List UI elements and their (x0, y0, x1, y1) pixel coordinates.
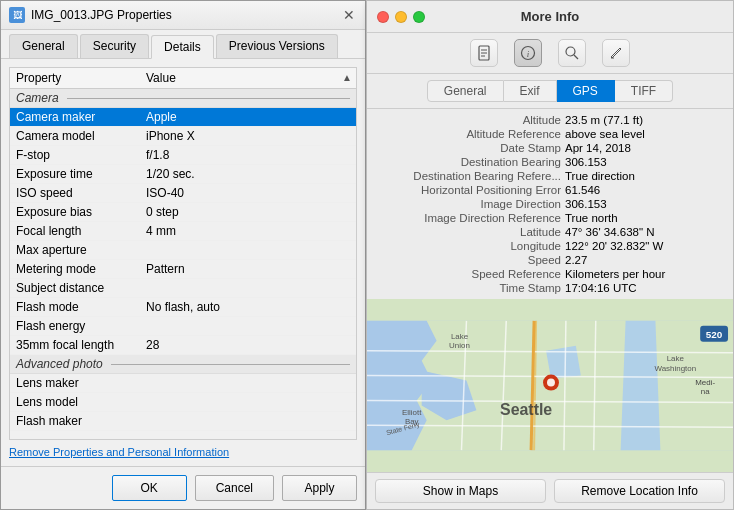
gps-value: 47° 36' 34.638" N (565, 226, 725, 238)
close-traffic-light[interactable] (377, 11, 389, 23)
svg-text:Lake: Lake (451, 332, 469, 341)
table-row[interactable]: Lens model (10, 393, 356, 412)
gps-label: Speed Reference (375, 268, 561, 280)
gps-value: 2.27 (565, 254, 725, 266)
svg-text:i: i (527, 49, 530, 59)
gps-row: Horizontal Positioning Error 61.546 (375, 183, 725, 197)
row-property: Flash mode (16, 300, 146, 314)
table-row[interactable]: Flash maker (10, 412, 356, 431)
row-value: f/1.8 (146, 148, 350, 162)
tab-general[interactable]: General (9, 34, 78, 58)
gps-row: Image Direction 306.153 (375, 197, 725, 211)
table-row[interactable]: Camera model iPhone X (10, 127, 356, 146)
file-icon: 🖼 (9, 7, 25, 23)
table-row[interactable]: F-stop f/1.8 (10, 146, 356, 165)
traffic-lights (377, 11, 425, 23)
search-tool-button[interactable] (558, 39, 586, 67)
remove-properties-link[interactable]: Remove Properties and Personal Informati… (9, 446, 357, 458)
mac-dialog-title: More Info (521, 9, 580, 24)
minimize-traffic-light[interactable] (395, 11, 407, 23)
svg-text:Medi-: Medi- (695, 379, 715, 388)
edit-tool-button[interactable] (602, 39, 630, 67)
row-value: ISO-40 (146, 186, 350, 200)
table-row[interactable]: Lens maker (10, 374, 356, 393)
row-value: Pattern (146, 262, 350, 276)
row-property: 35mm focal length (16, 338, 146, 352)
gps-label: Altitude Reference (375, 128, 561, 140)
info-tool-button[interactable]: i (514, 39, 542, 67)
gps-label: Longitude (375, 240, 561, 252)
gps-value: 306.153 (565, 156, 725, 168)
row-value (146, 414, 350, 428)
title-bar: 🖼 IMG_0013.JPG Properties ✕ (1, 1, 365, 30)
gps-value: Apr 14, 2018 (565, 142, 725, 154)
gps-value: above sea level (565, 128, 725, 140)
svg-text:Seattle: Seattle (500, 401, 552, 418)
gps-value: Kilometers per hour (565, 268, 725, 280)
gps-label: Destination Bearing (375, 156, 561, 168)
property-table: Property Value ▲ Camera Camera maker App… (9, 67, 357, 440)
gps-label: Time Stamp (375, 282, 561, 294)
mac-tab-general[interactable]: General (427, 80, 504, 102)
cancel-button[interactable]: Cancel (195, 475, 274, 501)
tab-details[interactable]: Details (151, 35, 214, 59)
title-bar-left: 🖼 IMG_0013.JPG Properties (9, 7, 172, 23)
mac-tab-gps[interactable]: GPS (557, 80, 615, 102)
gps-row: Time Stamp 17:04:16 UTC (375, 281, 725, 295)
table-row[interactable]: 35mm focal length 28 (10, 336, 356, 355)
remove-location-info-button[interactable]: Remove Location Info (554, 479, 725, 503)
svg-text:Washington: Washington (655, 364, 697, 373)
row-value: No flash, auto (146, 300, 350, 314)
row-value (146, 281, 350, 295)
table-body[interactable]: Camera Camera maker Apple Camera model i… (10, 89, 356, 439)
gps-value: 23.5 m (77.1 ft) (565, 114, 725, 126)
svg-point-30 (547, 379, 555, 387)
table-row[interactable]: Camera maker Apple (10, 108, 356, 127)
gps-row: Speed 2.27 (375, 253, 725, 267)
gps-row: Destination Bearing Refere... True direc… (375, 169, 725, 183)
table-row[interactable]: Exposure time 1/20 sec. (10, 165, 356, 184)
svg-text:na: na (701, 387, 710, 396)
mac-tab-tiff[interactable]: TIFF (615, 80, 673, 102)
ok-button[interactable]: OK (112, 475, 187, 501)
table-row[interactable]: Max aperture (10, 241, 356, 260)
table-row[interactable]: Focal length 4 mm (10, 222, 356, 241)
section-advanced-photo: Advanced photo (10, 355, 356, 374)
gps-table: Altitude 23.5 m (77.1 ft) Altitude Refer… (367, 109, 733, 299)
table-row[interactable]: Flash mode No flash, auto (10, 298, 356, 317)
table-row[interactable]: ISO speed ISO-40 (10, 184, 356, 203)
svg-point-6 (566, 47, 575, 56)
table-row[interactable]: Flash energy (10, 317, 356, 336)
file-tool-button[interactable] (470, 39, 498, 67)
row-property: F-stop (16, 148, 146, 162)
row-property: Exposure time (16, 167, 146, 181)
close-button[interactable]: ✕ (341, 7, 357, 23)
row-property: Lens model (16, 395, 146, 409)
gps-label: Image Direction Reference (375, 212, 561, 224)
row-property: Flash maker (16, 414, 146, 428)
tab-security[interactable]: Security (80, 34, 149, 58)
properties-dialog: 🖼 IMG_0013.JPG Properties ✕ General Secu… (0, 0, 366, 510)
map-container: Seattle Lake Union Lake Washington Ellio… (367, 299, 733, 472)
table-row[interactable]: Metering mode Pattern (10, 260, 356, 279)
row-property: Exposure bias (16, 205, 146, 219)
gps-value: 122° 20' 32.832" W (565, 240, 725, 252)
table-row[interactable]: Subject distance (10, 279, 356, 298)
row-value: 4 mm (146, 224, 350, 238)
svg-line-7 (574, 55, 578, 59)
row-property: Lens maker (16, 376, 146, 390)
svg-text:520: 520 (706, 329, 723, 340)
row-property: Flash energy (16, 319, 146, 333)
table-row[interactable]: Exposure bias 0 step (10, 203, 356, 222)
mac-tab-exif[interactable]: Exif (504, 80, 557, 102)
tab-previous-versions[interactable]: Previous Versions (216, 34, 338, 58)
gps-row: Longitude 122° 20' 32.832" W (375, 239, 725, 253)
row-value: 28 (146, 338, 350, 352)
mac-toolbar: i (367, 33, 733, 74)
svg-text:Elliott: Elliott (402, 408, 422, 417)
show-in-maps-button[interactable]: Show in Maps (375, 479, 546, 503)
gps-label: Latitude (375, 226, 561, 238)
apply-button[interactable]: Apply (282, 475, 357, 501)
maximize-traffic-light[interactable] (413, 11, 425, 23)
mac-title-bar: More Info (367, 1, 733, 33)
